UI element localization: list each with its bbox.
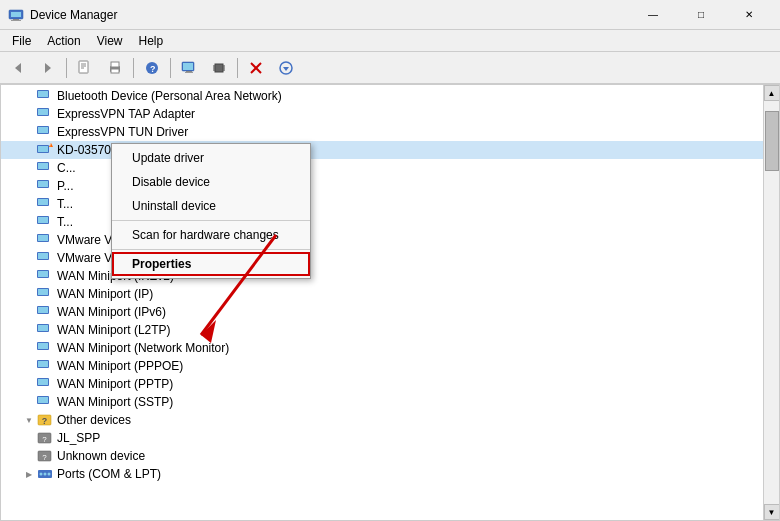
context-uninstall-device[interactable]: Uninstall device — [112, 194, 310, 218]
context-scan-hardware[interactable]: Scan for hardware changes — [112, 223, 310, 247]
toolbar-sep3 — [170, 58, 171, 78]
forward-icon — [41, 61, 55, 75]
maximize-button[interactable]: □ — [678, 0, 724, 30]
scroll-track[interactable] — [765, 101, 779, 504]
svg-point-75 — [40, 473, 43, 476]
device-label: ExpressVPN TUN Driver — [57, 125, 188, 139]
network-icon — [37, 88, 53, 104]
title-controls[interactable]: — □ ✕ — [630, 0, 772, 30]
scrollbar[interactable]: ▲ ▼ — [763, 85, 779, 520]
svg-rect-33 — [38, 109, 48, 115]
tree-expand-icon[interactable]: ▶ — [21, 466, 37, 482]
title-bar: Device Manager — □ ✕ — [0, 0, 780, 30]
tree-collapse-icon[interactable]: ▼ — [21, 412, 37, 428]
toolbar-scan[interactable] — [272, 55, 300, 81]
toolbar: ? — [0, 52, 780, 84]
device-label: WAN Miniport (PPPOE) — [57, 359, 183, 373]
network-adapter-icon7 — [37, 251, 53, 265]
list-item[interactable]: WAN Miniport (L2TP) — [1, 321, 763, 339]
svg-rect-67 — [38, 397, 48, 403]
minimize-button[interactable]: — — [630, 0, 676, 30]
close-button[interactable]: ✕ — [726, 0, 772, 30]
toolbar-print[interactable] — [101, 55, 129, 81]
toolbar-help[interactable]: ? — [138, 55, 166, 81]
context-update-driver[interactable]: Update driver — [112, 146, 310, 170]
svg-rect-11 — [111, 62, 119, 67]
properties-icon — [77, 60, 93, 76]
chip-icon — [211, 60, 227, 76]
list-item[interactable]: WAN Miniport (SSTP) — [1, 393, 763, 411]
svg-point-76 — [44, 473, 47, 476]
ports-category[interactable]: ▶ Ports (COM & LPT) — [1, 465, 763, 483]
scroll-thumb[interactable] — [765, 111, 779, 171]
unknown-device-item[interactable]: ? Unknown device — [1, 447, 763, 465]
network-adapter-icon15 — [37, 395, 53, 409]
device-label: WAN Miniport (IP) — [57, 287, 153, 301]
context-properties[interactable]: Properties — [112, 252, 310, 276]
toolbar-remove[interactable] — [242, 55, 270, 81]
menu-file[interactable]: File — [4, 32, 39, 50]
toolbar-sep4 — [237, 58, 238, 78]
context-separator1 — [112, 220, 310, 221]
svg-rect-53 — [38, 271, 48, 277]
list-item[interactable]: WAN Miniport (Network Monitor) — [1, 339, 763, 357]
list-item[interactable]: Bluetooth Device (Personal Area Network) — [1, 87, 763, 105]
list-item[interactable]: WAN Miniport (IP) — [1, 285, 763, 303]
toolbar-monitor[interactable] — [175, 55, 203, 81]
context-disable-device[interactable]: Disable device — [112, 170, 310, 194]
context-menu: Update driver Disable device Uninstall d… — [111, 143, 311, 279]
network-adapter-icon4 — [37, 197, 53, 211]
other-devices-category[interactable]: ▼ ? Other devices — [1, 411, 763, 429]
network-adapter-icon — [37, 107, 53, 121]
network-adapter-icon2 — [37, 161, 53, 175]
help-icon: ? — [144, 60, 160, 76]
list-item[interactable]: WAN Miniport (PPPOE) — [1, 357, 763, 375]
list-item[interactable]: WAN Miniport (PPTP) — [1, 375, 763, 393]
network-warning-icon: ! — [37, 142, 53, 158]
device-label: WAN Miniport (IPv6) — [57, 305, 166, 319]
title-text: Device Manager — [30, 8, 117, 22]
other-devices-icon: ? — [37, 412, 53, 428]
menu-help[interactable]: Help — [131, 32, 172, 50]
jl-spp-item[interactable]: ? JL_SPP — [1, 429, 763, 447]
network-icon — [37, 268, 53, 284]
network-adapter-icon14 — [37, 377, 53, 391]
svg-text:?: ? — [150, 64, 156, 74]
network-adapter-icon10 — [37, 305, 53, 319]
svg-rect-41 — [38, 163, 48, 169]
svg-rect-43 — [38, 181, 48, 187]
network-adapter-icon3 — [37, 179, 53, 193]
menu-view[interactable]: View — [89, 32, 131, 50]
svg-point-77 — [48, 473, 51, 476]
network-adapter-icon13 — [37, 359, 53, 373]
device-label: P... — [57, 179, 73, 193]
ports-label: Ports (COM & LPT) — [57, 467, 161, 481]
svg-marker-5 — [45, 63, 51, 73]
unknown-icon2: ? — [37, 448, 53, 464]
network-icon — [37, 340, 53, 356]
toolbar-chip[interactable] — [205, 55, 233, 81]
monitor-icon — [181, 60, 197, 76]
device-label: T... — [57, 197, 73, 211]
scroll-up[interactable]: ▲ — [764, 85, 780, 101]
scroll-down[interactable]: ▼ — [764, 504, 780, 520]
toolbar-sep1 — [66, 58, 67, 78]
device-label: WAN Miniport (L2TP) — [57, 323, 171, 337]
list-item[interactable]: ExpressVPN TAP Adapter — [1, 105, 763, 123]
svg-rect-6 — [79, 61, 88, 73]
app-icon — [8, 7, 24, 23]
toolbar-back[interactable] — [4, 55, 32, 81]
list-item[interactable]: WAN Miniport (IPv6) — [1, 303, 763, 321]
list-item[interactable]: ExpressVPN TUN Driver — [1, 123, 763, 141]
svg-rect-35 — [38, 127, 48, 133]
svg-text:?: ? — [42, 416, 48, 426]
device-label: Unknown device — [57, 449, 145, 463]
device-label: T... — [57, 215, 73, 229]
svg-rect-18 — [185, 72, 193, 73]
menu-action[interactable]: Action — [39, 32, 88, 50]
svg-rect-51 — [38, 253, 48, 259]
toolbar-forward[interactable] — [34, 55, 62, 81]
network-adapter-icon9 — [37, 287, 53, 301]
svg-rect-16 — [183, 63, 193, 70]
toolbar-properties[interactable] — [71, 55, 99, 81]
